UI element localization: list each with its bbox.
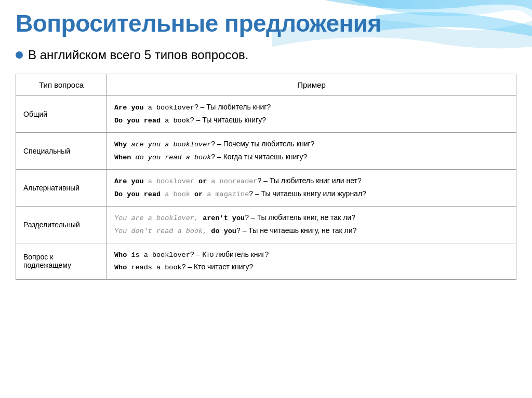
subtitle-section: В английском всего 5 типов вопросов. (16, 48, 516, 62)
row-example: Are you a booklover or a nonreader? – Ты… (107, 169, 516, 206)
table-row: Специальный Why are you a booklover? – П… (16, 132, 516, 169)
row-example: Why are you a booklover? – Почему ты люб… (107, 132, 516, 169)
row-example: Who is a booklover? – Кто любитель книг?… (107, 243, 516, 280)
row-type-label: Вопрос к подлежащему (16, 243, 107, 280)
table-row: Общий Are you a booklover? – Ты любитель… (16, 96, 516, 133)
row-type-label: Специальный (16, 132, 107, 169)
row-type-label: Разделительный (16, 206, 107, 243)
table-row: Разделительный You are a booklover, aren… (16, 206, 516, 243)
table-header-type: Тип вопроса (16, 74, 107, 96)
page-title: Вопросительные предложения (16, 9, 516, 37)
bullet-icon (16, 51, 23, 59)
table-row: Альтернативный Are you a booklover or a … (16, 169, 516, 206)
row-type-label: Альтернативный (16, 169, 107, 206)
row-example: Are you a booklover? – Ты любитель книг?… (107, 96, 516, 133)
subtitle-text: В английском всего 5 типов вопросов. (28, 48, 248, 62)
row-example: You are a booklover, aren't you? – Ты лю… (107, 206, 516, 243)
table-header-example: Пример (107, 74, 516, 96)
question-types-table: Тип вопроса Пример Общий Are you a bookl… (16, 74, 516, 280)
table-row: Вопрос к подлежащему Who is a booklover?… (16, 243, 516, 280)
row-type-label: Общий (16, 96, 107, 133)
